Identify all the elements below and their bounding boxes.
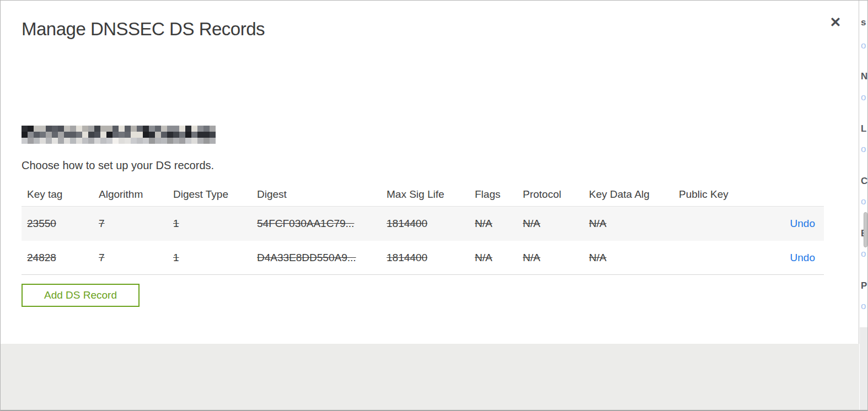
column-header: Digest Type (168, 188, 251, 201)
background-text-fragment: P (861, 280, 867, 291)
column-header: Protocol (517, 188, 583, 201)
background-page-footer (860, 327, 868, 411)
dialog-title: Manage DNSSEC DS Records (22, 19, 265, 40)
cell-algorithm: 7 (93, 218, 168, 230)
cell-protocol: N/A (517, 252, 583, 264)
column-header: Public Key (673, 188, 756, 201)
dialog-footer: Save Cancel (1, 344, 859, 410)
undo-link[interactable]: Undo (790, 252, 815, 263)
redacted-domain-name (22, 126, 216, 144)
add-ds-record-button[interactable]: Add DS Record (22, 284, 140, 307)
cell-digest: 54FCF030AA1C79... (251, 218, 381, 230)
background-text-fragment: o (861, 92, 866, 103)
close-icon[interactable]: ✕ (827, 14, 844, 30)
background-text-fragment: o (861, 301, 866, 312)
cell-key-data-alg: N/A (583, 252, 673, 264)
column-header: Max Sig Life (381, 188, 469, 201)
cell-protocol: N/A (517, 218, 583, 230)
table-row: 2482871D4A33E8DD550A9...1814400N/AN/AN/A… (22, 241, 824, 275)
cell-max-sig-life: 1814400 (381, 218, 469, 230)
cell-key-tag: 24828 (22, 252, 93, 264)
cell-key-data-alg: N/A (583, 218, 673, 230)
column-header: Flags (469, 188, 517, 201)
background-text-fragment: o (861, 40, 866, 51)
background-text-fragment: o (861, 248, 866, 259)
column-header: Digest (251, 188, 381, 201)
background-page-strip: soNoLoCoEoPo (860, 1, 868, 411)
cell-flags: N/A (469, 218, 517, 230)
cell-digest: D4A33E8DD550A9... (251, 252, 381, 264)
cell-max-sig-life: 1814400 (381, 252, 469, 264)
background-text-fragment: o (861, 196, 866, 207)
column-header: Algorithm (93, 188, 168, 201)
background-text-fragment: C (861, 176, 867, 187)
background-text-fragment: L (861, 123, 866, 134)
background-text-fragment: N (861, 71, 867, 82)
table-header-row: Key tagAlgorithmDigest TypeDigestMax Sig… (22, 182, 824, 206)
cell-key-tag: 23550 (22, 218, 93, 230)
background-scrollbar-thumb[interactable] (864, 212, 867, 247)
cell-algorithm: 7 (93, 252, 168, 264)
cell-digest-type: 1 (168, 252, 251, 264)
column-header: Key Data Alg (583, 188, 673, 201)
cell-flags: N/A (469, 252, 517, 264)
background-text-fragment: s (861, 17, 866, 28)
table-body: 235507154FCF030AA1C79...1814400N/AN/AN/A… (22, 206, 824, 275)
ds-records-table: Key tagAlgorithmDigest TypeDigestMax Sig… (22, 182, 824, 275)
undo-link[interactable]: Undo (790, 218, 815, 229)
table-row: 235507154FCF030AA1C79...1814400N/AN/AN/A… (22, 206, 824, 241)
dnssec-ds-records-dialog: Manage DNSSEC DS Records ✕ Choose how to… (1, 1, 859, 410)
column-header: Key tag (22, 188, 93, 201)
background-text-fragment: o (861, 144, 866, 155)
dialog-subtitle: Choose how to set up your DS records. (22, 159, 214, 172)
cell-digest-type: 1 (168, 218, 251, 230)
screenshot-frame: Manage DNSSEC DS Records ✕ Choose how to… (0, 0, 868, 411)
